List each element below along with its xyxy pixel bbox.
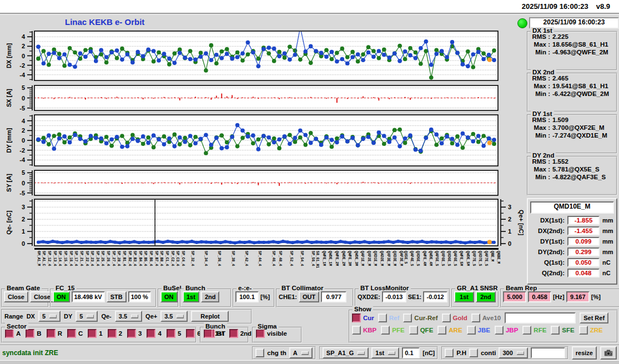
- fc15-stb-button[interactable]: STB: [107, 291, 127, 302]
- show-ZRE-checkbox[interactable]: [579, 326, 588, 335]
- dy-plot[interactable]: 420-2-4DY [mm]: [0, 114, 525, 170]
- stats-dx-2nd: DX 2nd RMS :2.465 Max :19.541@S8_61_H1 M…: [527, 73, 617, 112]
- sy-plot[interactable]: 50-5SY [A]: [0, 169, 525, 199]
- sector-5-checkbox[interactable]: [167, 329, 175, 338]
- show-Ref-checkbox[interactable]: [378, 314, 387, 322]
- show-PFE-checkbox[interactable]: [381, 326, 390, 335]
- set-ref-button[interactable]: Set Ref: [580, 312, 608, 323]
- bpm-label: SP_44_4: [258, 251, 261, 266]
- x-axis-labels: GM_A1_MSP_A1_CSP_12_4SP_13_4SP_14_4SP_15…: [34, 251, 501, 285]
- dy1-value: 0.099: [567, 237, 600, 246]
- bpm-label: QWFE_2M: [335, 251, 339, 266]
- titlebar-date: 2025/11/09 16:00:23: [522, 2, 588, 11]
- bunch-1st-checkbox[interactable]: [204, 329, 213, 338]
- sector-R-checkbox[interactable]: [47, 329, 56, 338]
- range-dy-select[interactable]: 5: [76, 311, 98, 322]
- status-message: syncdata init ZRE: [2, 349, 58, 357]
- gr-a1-2nd-button[interactable]: 2nd: [476, 291, 496, 302]
- bpm-label: SP_38_4: [230, 251, 234, 266]
- sp-bunch-select[interactable]: 1st: [371, 347, 399, 358]
- svg-text:SX [A]: SX [A]: [6, 89, 12, 107]
- show-Gold-checkbox[interactable]: [442, 314, 451, 322]
- ph-checkbox[interactable]: [445, 348, 454, 357]
- sector-B-checkbox[interactable]: [26, 329, 34, 338]
- bpm-label: SP_B3_4: [133, 251, 137, 266]
- range-dy-value: 5: [79, 313, 83, 320]
- range-qep-value: 3.5: [164, 313, 173, 320]
- threshold-input[interactable]: [402, 347, 420, 358]
- show-Ave10-checkbox[interactable]: [471, 314, 480, 322]
- bpm-label: QAF1E_M: [360, 251, 364, 266]
- sx-plot[interactable]: 50-5SX [A]: [0, 84, 525, 114]
- bpm-label: QWFE_1M: [321, 251, 325, 266]
- busel-on-button[interactable]: ON: [160, 291, 178, 302]
- bpm-label: QWDE_4M: [428, 251, 432, 266]
- gr-a1-1st-button[interactable]: 1st: [454, 291, 474, 302]
- bpm-label: QAD2E_M: [380, 251, 384, 266]
- bpm-label: SP_B7_4: [154, 251, 158, 266]
- q2-value: 0.048: [567, 269, 600, 277]
- screenshot-button[interactable]: [600, 346, 617, 360]
- show-RFE-checkbox[interactable]: [522, 326, 531, 335]
- bunch-1st-button[interactable]: 1st: [183, 291, 199, 302]
- stats-dy1-title: DY 1st: [531, 110, 554, 117]
- dx1-value: -1.855: [567, 216, 600, 225]
- show-JBE-checkbox[interactable]: [467, 326, 476, 335]
- bpm-label: SP_24_4: [95, 251, 99, 266]
- sector-2-checkbox[interactable]: [108, 329, 117, 338]
- replot-button[interactable]: Replot: [191, 311, 229, 322]
- stats-dx-1st: DX 1st RMS :2.225 Max :18.656@S8_61_H1 M…: [527, 31, 617, 70]
- bpm-label: SP_B8_4: [159, 251, 163, 266]
- qe-plot[interactable]: 3210Qe- [nC]3210Qe+ [nC]: [0, 198, 525, 250]
- che1-out-button[interactable]: OUT: [299, 291, 319, 302]
- sector-C-checkbox[interactable]: [67, 329, 76, 338]
- ref-name-input[interactable]: [505, 312, 576, 323]
- max-label: Max :: [530, 124, 550, 131]
- points-select[interactable]: 300: [499, 347, 527, 358]
- show-Ref-item: Ref: [378, 314, 400, 322]
- beam-gate-close-button-1[interactable]: Close: [4, 291, 28, 302]
- sp-select[interactable]: SP_A1_G: [323, 347, 369, 358]
- sector-A-checkbox[interactable]: [5, 329, 14, 338]
- sector-6-checkbox[interactable]: [186, 329, 195, 338]
- show-SFE-checkbox[interactable]: [551, 326, 560, 335]
- bpm-label: SP_C1_4: [164, 251, 168, 266]
- range-qep-select[interactable]: 3.5: [160, 311, 188, 322]
- show-KBP-checkbox[interactable]: [352, 326, 361, 335]
- sigma-visible-checkbox[interactable]: [256, 329, 265, 338]
- range-dx-select[interactable]: 5: [38, 311, 61, 322]
- bpm-label: QAF7E_S: [484, 251, 488, 266]
- fc15-voltage: 18.498 kV: [72, 291, 105, 302]
- show-row1: CurRefCur-RefGoldAve10: [352, 314, 501, 322]
- show-QFE-label: QFE: [420, 327, 434, 333]
- chg-th-checkbox[interactable]: [255, 348, 264, 357]
- bpm-label: QXD5E_S: [416, 251, 420, 266]
- show-Cur-checkbox[interactable]: [352, 314, 361, 322]
- sector-R-item: R: [47, 329, 62, 338]
- range-panel: Range DX 5 DY 5 Qe- 3.5 Qe+ 3.5 Replot: [1, 309, 252, 324]
- show-SFE-label: SFE: [562, 327, 574, 333]
- conti-checkbox[interactable]: [469, 348, 478, 357]
- sector-4-checkbox[interactable]: [147, 329, 155, 338]
- show-JBP-checkbox[interactable]: [495, 326, 504, 335]
- bpm-label: SP_46_4: [271, 251, 275, 266]
- fc15-on-button[interactable]: ON: [53, 291, 70, 302]
- svg-text:-5: -5: [19, 105, 25, 112]
- bunch-2nd-button[interactable]: 2nd: [201, 291, 220, 302]
- range-qem-select[interactable]: 3.5: [115, 311, 142, 322]
- show-QFE-checkbox[interactable]: [409, 326, 418, 335]
- bunch-2nd-checkbox[interactable]: [229, 329, 238, 338]
- extra-input[interactable]: [531, 347, 565, 358]
- show-Cur-item: Cur: [352, 314, 374, 322]
- resize-button[interactable]: resize: [572, 346, 597, 360]
- svg-text:3: 3: [508, 204, 511, 210]
- bpm-label: SP_16_4: [68, 251, 72, 266]
- dx-plot[interactable]: 420-2-4DX [mm]: [0, 30, 525, 84]
- sector-3-checkbox[interactable]: [127, 329, 136, 338]
- chg-th-select[interactable]: A: [289, 347, 313, 358]
- sector-1-checkbox[interactable]: [88, 329, 97, 338]
- show-label: Show: [353, 306, 373, 312]
- show-Cur-Ref-checkbox[interactable]: [403, 314, 412, 322]
- bpm-label: SP_56_4: [310, 251, 314, 266]
- show-ARE-checkbox[interactable]: [437, 326, 446, 335]
